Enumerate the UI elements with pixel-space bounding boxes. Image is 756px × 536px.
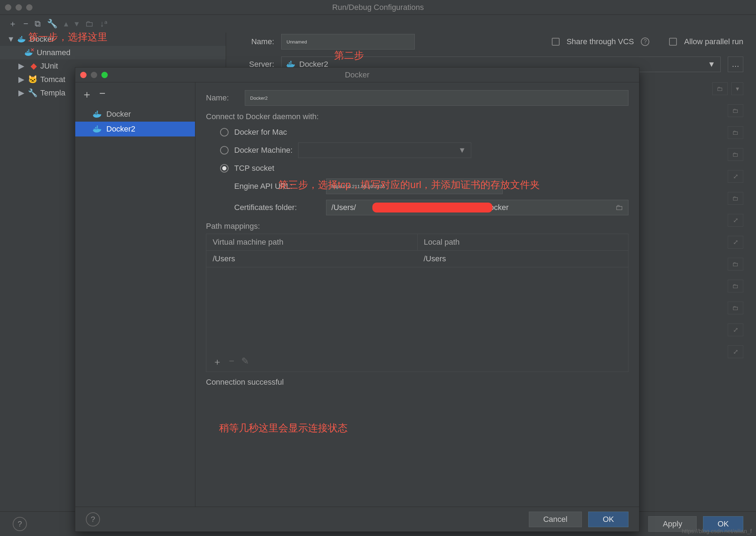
radio-label: Docker Machine: [234, 146, 293, 155]
expand-icon[interactable]: ▶ [18, 62, 25, 71]
expand-icon[interactable]: ⤢ [728, 324, 743, 336]
connection-status: Connection successful [206, 378, 628, 387]
tree-docker-label: Docker [30, 35, 54, 44]
wrench-icon[interactable]: 🔧 [47, 19, 58, 29]
engine-url-input[interactable] [326, 179, 503, 194]
cert-prefix: /Users/ [331, 203, 356, 212]
docker-icon [93, 126, 102, 133]
parallel-checkbox[interactable] [669, 38, 677, 46]
expand-icon[interactable]: ▶ [18, 75, 25, 84]
docker-list-label: Docker2 [106, 124, 135, 134]
watermark: https://blog.csdn.net/ailian_f [682, 528, 752, 535]
server-browse-button[interactable]: … [728, 57, 743, 72]
add-icon[interactable]: ＋ [82, 87, 92, 102]
path-mappings-label: Path mappings: [206, 222, 628, 231]
connect-label: Connect to Docker daemon with: [206, 112, 628, 121]
info-icon[interactable]: ? [641, 37, 649, 46]
tree-junit-label: JUnit [40, 62, 58, 71]
add-icon[interactable]: ＋ [8, 18, 17, 29]
config-toolbar: ＋ − ⧉ 🔧 ▴ ▾ 🗀 ↓ᵃ [0, 15, 756, 33]
name-label: Name: [239, 37, 274, 46]
tomcat-icon: 🐱 [28, 75, 37, 84]
radio-icon [220, 128, 229, 136]
tree-docker[interactable]: ▼ Docker [0, 33, 226, 46]
browse-icon[interactable]: 🗀 [728, 302, 743, 314]
browse-icon[interactable]: 🗀 [712, 82, 728, 95]
tree-templates-label: Templa [40, 88, 65, 98]
docker-icon [93, 111, 102, 118]
td-local: /Users [417, 251, 628, 267]
modal-name-input[interactable] [245, 90, 628, 106]
cert-folder-input[interactable]: /Users/ /docker 🗀 [326, 200, 628, 215]
td-vm: /Users [206, 251, 417, 267]
expand-icon[interactable]: ⤢ [728, 345, 743, 358]
folder-icon[interactable]: 🗀 [85, 19, 94, 29]
modal-ok-button[interactable]: OK [588, 512, 628, 527]
browse-icon[interactable]: 🗀 [728, 126, 743, 139]
share-checkbox[interactable] [552, 38, 560, 46]
tree-unnamed-label: Unnamed [37, 48, 70, 57]
window-title: Run/Debug Configurations [0, 3, 756, 12]
cert-folder-label: Certificates folder: [234, 203, 319, 212]
docker-list: ＋ − Docker Docker2 [75, 82, 195, 507]
template-icon: 🔧 [28, 89, 37, 97]
machine-dropdown: ▼ [298, 142, 471, 158]
down-icon: ▾ [75, 19, 79, 29]
cancel-button[interactable]: Cancel [529, 512, 582, 527]
remove-icon[interactable]: − [23, 19, 28, 29]
up-icon: ▴ [64, 19, 68, 29]
add-icon[interactable]: ＋ [213, 356, 222, 368]
docker-settings-modal: Docker ＋ − Docker Docker2 Name: Connect … [75, 67, 639, 532]
radio-tcp[interactable]: TCP socket [206, 164, 628, 173]
engine-url-label: Engine API URL: [234, 182, 319, 191]
help-button[interactable]: ? [13, 517, 27, 531]
redacted-region [372, 203, 492, 212]
edit-icon: ✎ [241, 356, 249, 368]
tree-tomcat-label: Tomcat [40, 75, 65, 84]
radio-docker-machine[interactable]: Docker Machine: ▼ [206, 142, 628, 158]
th-vm: Virtual machine path [206, 234, 418, 251]
chevron-down-icon: ▼ [458, 146, 466, 155]
th-local: Local path [418, 234, 628, 251]
expand-icon[interactable]: ⤢ [728, 236, 743, 249]
table-row[interactable]: /Users /Users [206, 251, 628, 267]
radio-icon [220, 146, 229, 155]
parallel-label: Allow parallel run [684, 37, 743, 46]
radio-icon [220, 164, 229, 173]
docker-icon: ✕ [25, 48, 33, 57]
sort-icon[interactable]: ↓ᵃ [100, 19, 107, 29]
remove-icon: − [229, 356, 234, 368]
docker-list-item-selected[interactable]: Docker2 [75, 122, 195, 136]
remove-icon[interactable]: − [99, 87, 106, 102]
path-mappings-table[interactable]: Virtual machine path Local path /Users /… [206, 234, 628, 372]
browse-icon[interactable]: 🗀 [615, 203, 623, 212]
modal-title: Docker [75, 70, 639, 80]
radio-label: TCP socket [234, 164, 274, 173]
share-label: Share through VCS [567, 37, 634, 46]
docker-icon [18, 35, 26, 43]
name-input[interactable] [281, 34, 415, 49]
docker-list-item[interactable]: Docker [75, 107, 195, 122]
chevron-down-icon: ▼ [708, 60, 715, 69]
modal-name-label: Name: [206, 93, 238, 103]
docker-list-label: Docker [106, 110, 131, 119]
browse-icon[interactable]: 🗀 [728, 258, 743, 270]
junit-icon: ◆ [28, 62, 37, 70]
browse-icon[interactable]: 🗀 [728, 280, 743, 292]
copy-icon[interactable]: ⧉ [35, 19, 41, 29]
browse-icon[interactable]: 🗀 [728, 148, 743, 161]
outer-titlebar: Run/Debug Configurations [0, 0, 756, 15]
expand-icon[interactable]: ▼ [7, 35, 14, 44]
radio-docker-mac[interactable]: Docker for Mac [206, 128, 628, 137]
radio-label: Docker for Mac [234, 128, 287, 137]
tree-unnamed[interactable]: ✕ Unnamed [0, 46, 226, 59]
expand-icon[interactable]: ⤢ [728, 214, 743, 227]
modal-help-button[interactable]: ? [86, 512, 100, 526]
browse-icon[interactable]: 🗀 [728, 192, 743, 205]
chevron-down-icon[interactable]: ▾ [731, 82, 743, 95]
expand-icon[interactable]: ▶ [18, 88, 25, 98]
browse-icon[interactable]: 🗀 [728, 104, 743, 117]
docker-icon [287, 61, 296, 68]
expand-icon[interactable]: ⤢ [728, 170, 743, 183]
